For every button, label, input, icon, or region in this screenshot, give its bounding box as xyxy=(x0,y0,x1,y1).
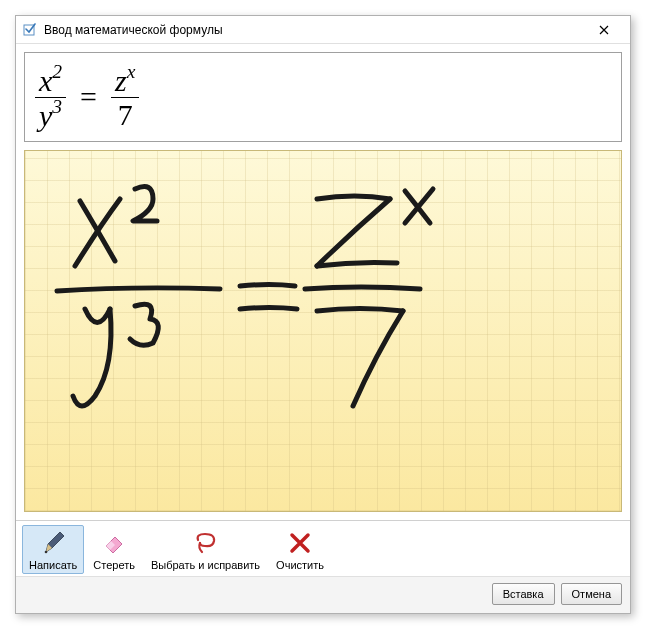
clear-icon xyxy=(284,529,316,557)
close-icon xyxy=(599,25,609,35)
cancel-button[interactable]: Отмена xyxy=(561,583,622,605)
tool-write[interactable]: Написать xyxy=(22,525,84,574)
tool-erase[interactable]: Стереть xyxy=(86,525,142,574)
window-title: Ввод математической формулы xyxy=(44,23,584,37)
left-num-exp: 2 xyxy=(52,61,62,82)
svg-point-1 xyxy=(45,551,48,554)
fraction-left: x2 y3 xyxy=(35,63,66,132)
close-button[interactable] xyxy=(584,18,624,42)
equals-sign: = xyxy=(76,80,101,114)
tool-select[interactable]: Выбрать и исправить xyxy=(144,525,267,574)
tool-clear-label: Очистить xyxy=(276,559,324,571)
fraction-right: zx 7 xyxy=(111,63,139,131)
right-num-base: z xyxy=(115,64,127,97)
right-den: 7 xyxy=(118,98,133,131)
left-den-exp: 3 xyxy=(52,96,62,117)
button-row: Вставка Отмена xyxy=(16,576,630,613)
content-area: x2 y3 = zx 7 xyxy=(16,44,630,520)
right-num-exp: x xyxy=(127,61,136,82)
tool-select-label: Выбрать и исправить xyxy=(151,559,260,571)
handwriting-canvas[interactable] xyxy=(24,150,622,512)
titlebar: Ввод математической формулы xyxy=(16,16,630,44)
recognized-formula-box: x2 y3 = zx 7 xyxy=(24,52,622,142)
recognized-formula: x2 y3 = zx 7 xyxy=(35,63,139,132)
eraser-icon xyxy=(98,529,130,557)
tool-row: Написать Стереть Выбра xyxy=(16,521,630,576)
left-den-base: y xyxy=(39,99,52,132)
tool-clear[interactable]: Очистить xyxy=(269,525,331,574)
lasso-icon xyxy=(190,529,222,557)
tool-erase-label: Стереть xyxy=(93,559,135,571)
tool-write-label: Написать xyxy=(29,559,77,571)
ink-strokes xyxy=(25,151,621,511)
left-num-base: x xyxy=(39,64,52,97)
app-icon xyxy=(22,22,38,38)
pen-icon xyxy=(37,529,69,557)
math-input-window: Ввод математической формулы x2 y3 = xyxy=(15,15,631,614)
toolbar: Написать Стереть Выбра xyxy=(16,520,630,613)
insert-button[interactable]: Вставка xyxy=(492,583,555,605)
